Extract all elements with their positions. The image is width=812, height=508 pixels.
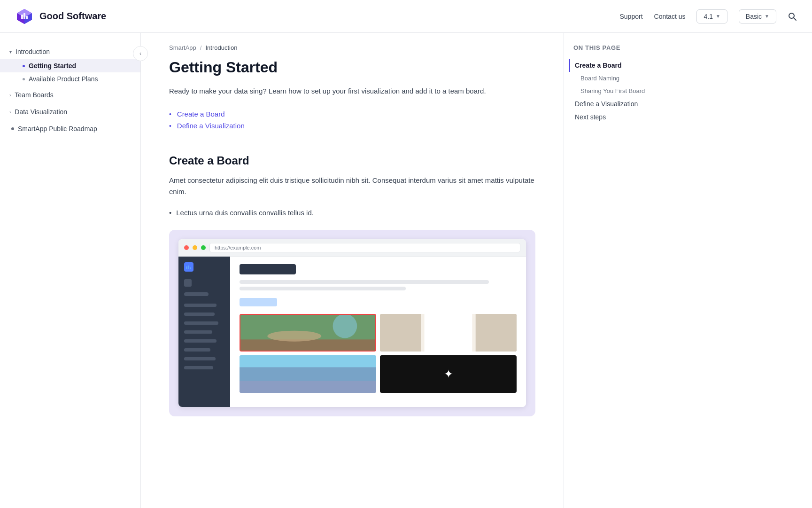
app-sidebar-row-2 bbox=[184, 313, 215, 316]
toc-link-create-a-board[interactable]: Create a Board bbox=[177, 110, 225, 118]
svg-rect-6 bbox=[26, 16, 28, 19]
app-sidebar-logo-icon bbox=[184, 262, 193, 272]
svg-rect-20 bbox=[240, 381, 376, 393]
right-toc-title: On this Page bbox=[573, 44, 686, 51]
svg-rect-13 bbox=[240, 339, 375, 351]
svg-rect-11 bbox=[190, 267, 191, 269]
app-sidebar-label bbox=[184, 292, 209, 296]
dot-icon-getting-started bbox=[23, 65, 25, 67]
sidebar-item-getting-started[interactable]: Getting Started bbox=[0, 59, 140, 72]
app-sidebar-row-3 bbox=[184, 321, 218, 325]
content-list-create-a-board: Lectus urna duis convallis convallis tel… bbox=[169, 207, 535, 219]
sidebar-label-available-product-plans: Available Product Plans bbox=[29, 75, 98, 83]
svg-rect-18 bbox=[425, 314, 472, 352]
sidebar-item-roadmap[interactable]: SmartApp Public Roadmap bbox=[0, 121, 140, 136]
browser-dot-yellow bbox=[193, 245, 197, 250]
sidebar-toggle-button[interactable]: ‹ bbox=[133, 46, 148, 61]
breadcrumb-separator: / bbox=[200, 44, 202, 51]
sidebar-section-introduction: ▾ Introduction Getting Started Available… bbox=[0, 44, 140, 86]
header-left: Good Software bbox=[15, 7, 106, 26]
list-item: Lectus urna duis convallis convallis tel… bbox=[169, 207, 535, 219]
app-sidebar-row-6 bbox=[184, 348, 210, 352]
browser-bar: https://example.com bbox=[178, 239, 526, 257]
sidebar-item-introduction[interactable]: ▾ Introduction bbox=[0, 44, 140, 59]
right-toc: On this Page Create a Board Board Naming… bbox=[564, 33, 695, 508]
app-sidebar bbox=[178, 257, 230, 407]
browser-mockup: https://example.com bbox=[178, 239, 526, 407]
app-sidebar-logo bbox=[184, 262, 224, 272]
dot-icon-roadmap bbox=[11, 127, 14, 130]
app-sidebar-back bbox=[184, 279, 192, 287]
sidebar-label-team-boards: Team Boards bbox=[15, 91, 53, 99]
app-sidebar-row-4 bbox=[184, 330, 212, 334]
sidebar-section-data-visualization: › Data Visualization bbox=[0, 104, 140, 119]
list-item-text: Lectus urna duis convallis convallis tel… bbox=[176, 209, 314, 217]
right-toc-item-create-a-board[interactable]: Create a Board bbox=[569, 59, 686, 72]
photo-city bbox=[240, 355, 376, 393]
sidebar-item-data-visualization[interactable]: › Data Visualization bbox=[0, 104, 140, 119]
right-toc-item-next-steps[interactable]: Next steps bbox=[569, 110, 686, 124]
contact-link[interactable]: Contact us bbox=[654, 13, 686, 20]
svg-line-8 bbox=[794, 18, 796, 20]
page-layout: ‹ ▾ Introduction Getting Started Availab… bbox=[0, 33, 812, 508]
sidebar-section-team-boards: › Team Boards bbox=[0, 87, 140, 102]
sidebar-collapse-icon: ‹ bbox=[139, 50, 141, 57]
main-content: SmartApp / Introduction Getting Started … bbox=[141, 33, 564, 508]
app-photos-grid: ✦ bbox=[240, 314, 517, 393]
sidebar: ‹ ▾ Introduction Getting Started Availab… bbox=[0, 33, 141, 508]
toc-item-define-a-visualization: Define a Visualization bbox=[169, 120, 535, 132]
sidebar-item-available-product-plans[interactable]: Available Product Plans bbox=[0, 72, 140, 86]
photo-hammock bbox=[240, 314, 376, 352]
app-main-tag bbox=[240, 298, 277, 306]
expand-icon-data-visualization: › bbox=[9, 109, 11, 115]
logo-icon bbox=[15, 7, 34, 26]
browser-dot-green bbox=[201, 245, 206, 250]
app-title: Good Software bbox=[39, 11, 106, 22]
svg-rect-4 bbox=[21, 15, 23, 19]
dot-icon-available-product-plans bbox=[23, 78, 25, 80]
svg-rect-5 bbox=[23, 13, 25, 19]
photo-sparkle-icon: ✦ bbox=[380, 355, 517, 393]
page-intro: Ready to make your data sing? Learn how … bbox=[169, 86, 535, 97]
breadcrumb-current: Introduction bbox=[205, 44, 237, 51]
app-main: ✦ bbox=[230, 257, 526, 407]
version-label: 4.1 bbox=[704, 13, 712, 20]
expand-icon-introduction: ▾ bbox=[9, 49, 12, 55]
version-chevron-icon: ▼ bbox=[716, 14, 720, 19]
right-toc-item-define-a-visualization[interactable]: Define a Visualization bbox=[569, 97, 686, 110]
right-toc-item-sharing-your-first-board[interactable]: Sharing You First Board bbox=[569, 85, 686, 97]
breadcrumb: SmartApp / Introduction bbox=[169, 33, 535, 59]
sidebar-label-getting-started: Getting Started bbox=[29, 62, 76, 70]
sidebar-label-data-visualization: Data Visualization bbox=[15, 108, 67, 116]
app-main-header-bar bbox=[240, 264, 296, 274]
support-link[interactable]: Support bbox=[620, 13, 643, 20]
browser-content: ✦ bbox=[178, 257, 526, 407]
search-button[interactable] bbox=[788, 12, 797, 21]
photo-book bbox=[380, 314, 517, 352]
page-title: Getting Started bbox=[169, 59, 535, 76]
app-main-lines bbox=[240, 280, 517, 290]
app-main-line-1 bbox=[240, 280, 489, 284]
svg-point-15 bbox=[333, 315, 357, 338]
screenshot-wrapper: https://example.com bbox=[169, 230, 535, 416]
toc-link-define-a-visualization[interactable]: Define a Visualization bbox=[177, 122, 245, 130]
browser-dot-red bbox=[184, 245, 189, 250]
plan-chevron-icon: ▼ bbox=[765, 14, 769, 19]
svg-rect-21 bbox=[240, 367, 376, 381]
section-title-create-a-board: Create a Board bbox=[169, 150, 535, 167]
app-sidebar-row-5 bbox=[184, 339, 217, 343]
header: Good Software Support Contact us 4.1 ▼ B… bbox=[0, 0, 812, 33]
right-toc-item-board-naming[interactable]: Board Naming bbox=[569, 72, 686, 85]
breadcrumb-parent[interactable]: SmartApp bbox=[169, 44, 196, 51]
photo-dark: ✦ bbox=[380, 355, 517, 393]
version-dropdown[interactable]: 4.1 ▼ bbox=[696, 9, 727, 23]
section-body-create-a-board: Amet consectetur adipiscing elit duis tr… bbox=[169, 175, 535, 197]
app-main-line-2 bbox=[240, 287, 406, 290]
header-right: Support Contact us 4.1 ▼ Basic ▼ bbox=[620, 9, 797, 23]
sidebar-label-introduction: Introduction bbox=[15, 48, 50, 55]
sidebar-label-roadmap: SmartApp Public Roadmap bbox=[18, 125, 97, 133]
svg-rect-9 bbox=[186, 266, 187, 269]
plan-dropdown[interactable]: Basic ▼ bbox=[739, 9, 776, 23]
sidebar-item-team-boards[interactable]: › Team Boards bbox=[0, 87, 140, 102]
app-sidebar-row-8 bbox=[184, 366, 213, 369]
